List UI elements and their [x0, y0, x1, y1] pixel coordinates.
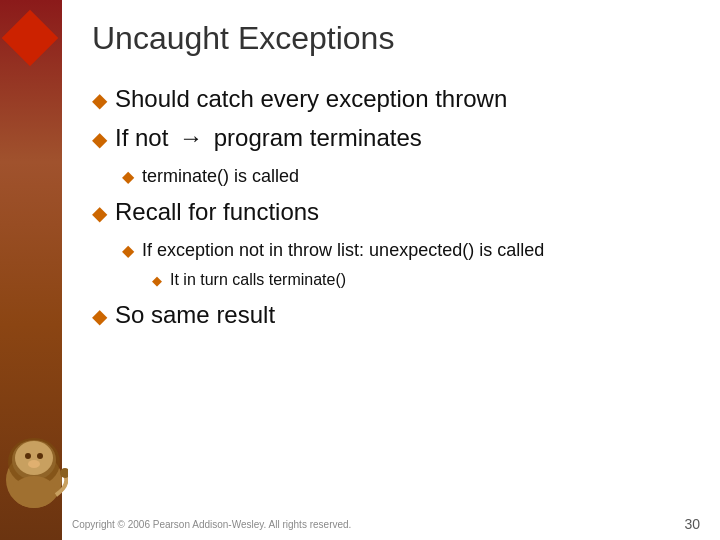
- bullet-3-sub1: ◆ If exception not in throw list: unexpe…: [122, 239, 690, 262]
- bullet-3-sub1-text: If exception not in throw list: unexpect…: [142, 239, 544, 262]
- bullet-2: ◆ If not → program terminates: [92, 124, 690, 153]
- slide: Uncaught Exceptions ◆ Should catch every…: [0, 0, 720, 540]
- bullet-2-icon: ◆: [92, 127, 107, 151]
- svg-point-3: [15, 441, 53, 475]
- svg-point-5: [37, 453, 43, 459]
- left-bar: [0, 0, 62, 540]
- footer: Copyright © 2006 Pearson Addison-Wesley.…: [72, 516, 700, 532]
- bullet-3-section: ◆ Recall for functions ◆ If exception no…: [92, 198, 690, 291]
- bullet-4: ◆ So same result: [92, 301, 690, 330]
- bullet-3-sub1-sub1: ◆ It in turn calls terminate(): [152, 270, 690, 291]
- bullet-3-sub1-sub1-icon: ◆: [152, 273, 162, 288]
- bullet-2-sub1-icon: ◆: [122, 167, 134, 186]
- slide-title: Uncaught Exceptions: [92, 20, 690, 65]
- page-number: 30: [684, 516, 700, 532]
- svg-point-6: [28, 460, 40, 468]
- bullet-1-icon: ◆: [92, 88, 107, 112]
- bullet-1-text: Should catch every exception thrown: [115, 85, 507, 114]
- bullet-2-text-after: program terminates: [214, 124, 422, 151]
- slide-content: Uncaught Exceptions ◆ Should catch every…: [72, 0, 720, 540]
- bullet-2-text-before: If not: [115, 124, 168, 151]
- bullet-1: ◆ Should catch every exception thrown: [92, 85, 690, 114]
- lion-image: [0, 420, 70, 510]
- bullet-3-sub1-sub1-text: It in turn calls terminate(): [170, 270, 346, 291]
- bullet-2-text: If not → program terminates: [115, 124, 422, 153]
- bullet-4-icon: ◆: [92, 304, 107, 328]
- bullet-2-sub1: ◆ terminate() is called: [122, 165, 690, 188]
- bullet-4-text: So same result: [115, 301, 275, 330]
- bullet-2-sub1-text: terminate() is called: [142, 165, 299, 188]
- bullet-3-sub1-icon: ◆: [122, 241, 134, 260]
- bullet-3-icon: ◆: [92, 201, 107, 225]
- diamond-decoration: [2, 10, 59, 67]
- bullet-3-text: Recall for functions: [115, 198, 319, 227]
- svg-point-4: [25, 453, 31, 459]
- bullet-2-section: ◆ If not → program terminates ◆ terminat…: [92, 124, 690, 188]
- bullet-2-arrow: →: [179, 124, 203, 151]
- svg-point-7: [12, 476, 56, 508]
- copyright-text: Copyright © 2006 Pearson Addison-Wesley.…: [72, 519, 351, 530]
- bullet-3: ◆ Recall for functions: [92, 198, 690, 227]
